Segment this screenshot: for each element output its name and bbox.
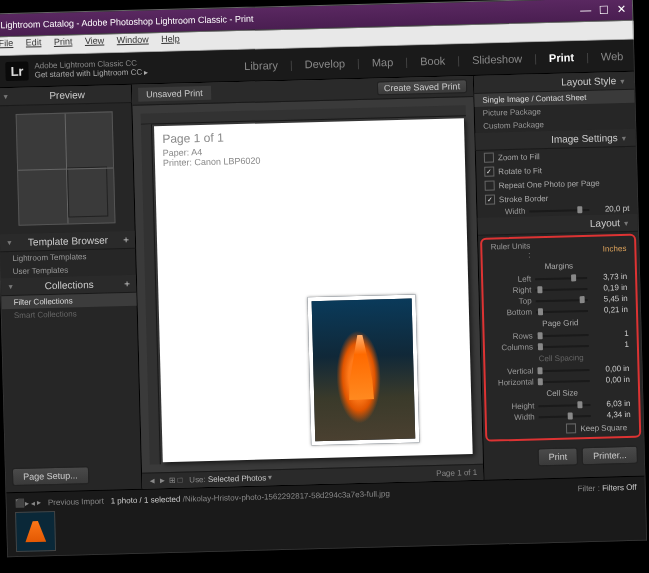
maximize-icon[interactable]: ☐ [599,3,609,16]
nav-controls[interactable]: ◄ ► ⊞ □ Use: Selected Photos ▾ [148,473,272,485]
menu-edit[interactable]: Edit [26,37,42,47]
window-title: Lightroom Catalog - Adobe Photoshop Ligh… [0,14,253,31]
minimize-icon[interactable]: — [580,3,591,16]
module-develop[interactable]: Develop [304,57,345,70]
module-map[interactable]: Map [372,56,394,69]
close-icon[interactable]: ✕ [617,2,626,15]
placed-photo[interactable] [307,294,419,445]
module-picker: Library| Develop| Map| Book| Slideshow| … [244,49,623,71]
print-page[interactable]: Page 1 of 1 Paper: A4Printer: Canon LBP6… [154,118,473,462]
filters-off-button[interactable]: Filters Off [602,483,637,493]
app-logo: Lr [5,62,28,82]
ruler-units-select[interactable]: Inches [590,243,626,253]
preview-thumbnail[interactable] [16,111,116,226]
print-button[interactable]: Print [538,447,579,466]
page-setup-button[interactable]: Page Setup... [12,466,89,486]
page-title: Page 1 of 1 [162,130,224,146]
menu-print[interactable]: Print [54,36,73,46]
window-controls: — ☐ ✕ [580,2,626,16]
layout-panel-highlighted: Ruler Units :Inches Margins Left3,73 in … [480,234,641,442]
menu-window[interactable]: Window [117,34,149,45]
menu-view[interactable]: View [85,36,105,47]
filmstrip-thumbnail[interactable] [15,511,56,552]
filmstrip-nav[interactable]: ⬛▸ ◂ ▸ Previous Import 1 photo / 1 selec… [15,489,390,508]
module-print[interactable]: Print [549,51,574,64]
tagline-2[interactable]: Get started with Lightroom CC ▸ [35,68,149,80]
unsaved-print-tab[interactable]: Unsaved Print [138,86,211,102]
menu-file[interactable]: File [0,38,13,48]
module-library[interactable]: Library [244,59,278,72]
module-slideshow[interactable]: Slideshow [472,52,522,65]
preview-header[interactable]: ▼Preview [0,85,131,107]
page-indicator: Page 1 of 1 [436,468,477,478]
page-paper: Paper: A4Printer: Canon LBP6020 [163,146,261,169]
keep-square-checkbox[interactable]: Keep Square [487,420,639,438]
module-web[interactable]: Web [601,49,624,62]
layout-header[interactable]: Layout ▼ [478,214,638,236]
module-book[interactable]: Book [420,54,445,67]
create-saved-print-button[interactable]: Create Saved Print [377,79,467,95]
menu-help[interactable]: Help [161,34,180,44]
printer-button[interactable]: Printer... [582,446,638,465]
